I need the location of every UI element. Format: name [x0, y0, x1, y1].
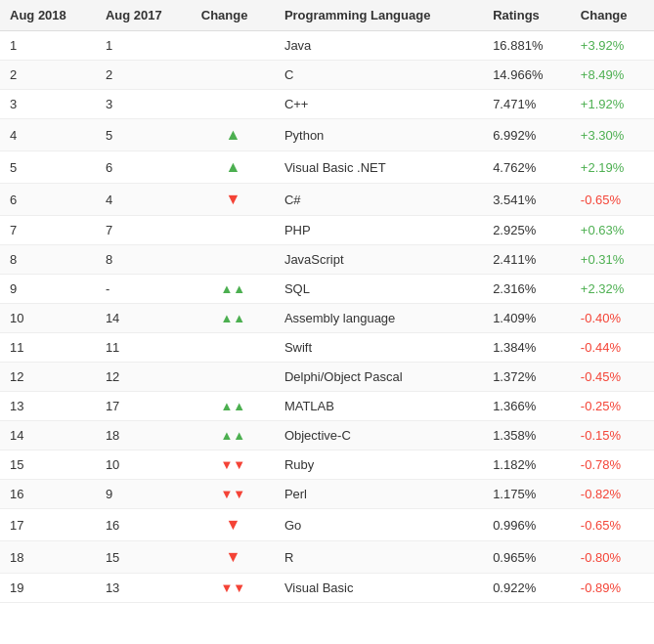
table-row: 45▲Python6.992%+3.30% [0, 119, 654, 151]
cell-aug2017: 3 [96, 90, 192, 119]
cell-language: Visual Basic [275, 574, 483, 603]
cell-aug2018: 18 [0, 541, 96, 574]
cell-language: Go [275, 509, 483, 541]
cell-rating: 1.366% [483, 392, 571, 421]
table-row: 1913▼▼Visual Basic0.922%-0.89% [0, 574, 654, 603]
cell-change-value: +3.30% [571, 119, 654, 151]
cell-change-value: -0.65% [571, 184, 654, 216]
cell-aug2017: 4 [96, 184, 192, 216]
cell-change-value: +0.31% [571, 245, 654, 275]
table-header-row: Aug 2018 Aug 2017 Change Programming Lan… [0, 0, 654, 31]
table-row: 56▲Visual Basic .NET4.762%+2.19% [0, 151, 654, 184]
cell-change-value: -0.25% [571, 392, 654, 421]
cell-change-icon: ▼ [192, 509, 275, 541]
header-aug2017: Aug 2017 [96, 0, 192, 31]
cell-aug2018: 12 [0, 363, 96, 392]
cell-aug2018: 2 [0, 61, 96, 90]
cell-rating: 4.762% [483, 151, 571, 184]
cell-language: C [275, 61, 483, 90]
cell-aug2018: 8 [0, 245, 96, 275]
cell-aug2017: 16 [96, 509, 192, 541]
up-double-icon: ▲▲ [220, 281, 245, 296]
cell-language: Visual Basic .NET [275, 151, 483, 184]
down-single-icon: ▼ [225, 516, 240, 533]
cell-rating: 0.965% [483, 541, 571, 574]
table-row: 1716▼Go0.996%-0.65% [0, 509, 654, 541]
table-row: 64▼C#3.541%-0.65% [0, 184, 654, 216]
down-single-icon: ▼ [225, 191, 240, 207]
down-double-icon: ▼▼ [220, 457, 245, 472]
cell-aug2017: 12 [96, 363, 192, 392]
cell-rating: 6.992% [483, 119, 571, 151]
cell-rating: 1.372% [483, 363, 571, 392]
header-aug2018: Aug 2018 [0, 0, 96, 31]
cell-change-icon: ▲ [192, 151, 275, 184]
cell-language: PHP [275, 216, 483, 245]
cell-rating: 1.358% [483, 421, 571, 451]
cell-language: Objective-C [275, 421, 483, 451]
cell-language: Python [275, 119, 483, 151]
cell-change-value: +3.92% [571, 31, 654, 61]
cell-language: Delphi/Object Pascal [275, 363, 483, 392]
cell-change-value: -0.82% [571, 480, 654, 509]
header-change-icon: Change [192, 0, 275, 31]
cell-rating: 1.384% [483, 333, 571, 363]
table-row: 33C++7.471%+1.92% [0, 90, 654, 119]
cell-rating: 3.541% [483, 184, 571, 216]
cell-aug2017: 9 [96, 480, 192, 509]
cell-aug2018: 9 [0, 275, 96, 304]
cell-aug2018: 13 [0, 392, 96, 421]
cell-change-icon [192, 31, 275, 61]
cell-rating: 14.966% [483, 61, 571, 90]
cell-language: MATLAB [275, 392, 483, 421]
cell-aug2018: 5 [0, 151, 96, 184]
table-row: 169▼▼Perl1.175%-0.82% [0, 480, 654, 509]
cell-rating: 2.925% [483, 216, 571, 245]
cell-change-value: +0.63% [571, 216, 654, 245]
cell-aug2017: 10 [96, 451, 192, 480]
cell-change-value: -0.45% [571, 363, 654, 392]
cell-change-value: +8.49% [571, 61, 654, 90]
cell-change-icon: ▲▲ [192, 275, 275, 304]
cell-change-icon [192, 61, 275, 90]
cell-change-icon: ▲▲ [192, 304, 275, 333]
cell-change-icon [192, 245, 275, 275]
cell-change-value: +1.92% [571, 90, 654, 119]
cell-language: Swift [275, 333, 483, 363]
cell-rating: 2.316% [483, 275, 571, 304]
cell-language: Assembly language [275, 304, 483, 333]
cell-language: R [275, 541, 483, 574]
cell-change-icon: ▼▼ [192, 480, 275, 509]
cell-rating: 1.182% [483, 451, 571, 480]
table-row: 1212Delphi/Object Pascal1.372%-0.45% [0, 363, 654, 392]
cell-rating: 0.922% [483, 574, 571, 603]
cell-change-value: -0.65% [571, 509, 654, 541]
cell-change-value: +2.19% [571, 151, 654, 184]
cell-aug2018: 6 [0, 184, 96, 216]
cell-rating: 16.881% [483, 31, 571, 61]
cell-change-icon: ▲▲ [192, 392, 275, 421]
table-row: 88JavaScript2.411%+0.31% [0, 245, 654, 275]
cell-language: Perl [275, 480, 483, 509]
cell-aug2017: 2 [96, 61, 192, 90]
cell-change-icon [192, 90, 275, 119]
table-row: 1815▼R0.965%-0.80% [0, 541, 654, 574]
cell-language: Java [275, 31, 483, 61]
cell-aug2017: 18 [96, 421, 192, 451]
table-row: 1111Swift1.384%-0.44% [0, 333, 654, 363]
cell-aug2017: 5 [96, 119, 192, 151]
cell-aug2018: 7 [0, 216, 96, 245]
table-row: 77PHP2.925%+0.63% [0, 216, 654, 245]
cell-aug2018: 17 [0, 509, 96, 541]
cell-aug2018: 3 [0, 90, 96, 119]
cell-change-value: -0.15% [571, 421, 654, 451]
cell-change-value: -0.40% [571, 304, 654, 333]
cell-language: C++ [275, 90, 483, 119]
cell-change-icon [192, 363, 275, 392]
cell-change-icon: ▼▼ [192, 574, 275, 603]
cell-aug2017: 7 [96, 216, 192, 245]
down-double-icon: ▼▼ [220, 487, 245, 501]
rankings-table: Aug 2018 Aug 2017 Change Programming Lan… [0, 0, 654, 603]
header-language: Programming Language [275, 0, 483, 31]
cell-aug2017: 15 [96, 541, 192, 574]
